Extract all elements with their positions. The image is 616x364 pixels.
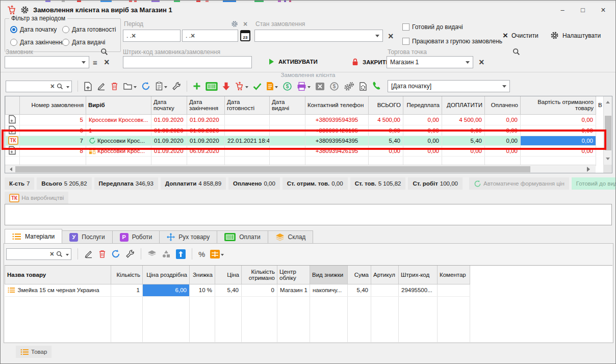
cell-phone[interactable]: +380939594395 [305,114,369,125]
cell-date-issue[interactable] [270,114,305,125]
cell-date-end[interactable]: 01.09.2020 [187,136,225,145]
refresh-icon[interactable] [141,82,150,91]
calendar-picker-icon[interactable]: 23 [240,30,250,41]
shop-search-icon[interactable] [512,48,520,56]
cell-paid[interactable]: 0,00 [485,114,521,125]
col-total[interactable]: ВСЬОГО [369,96,403,114]
order-state-clear-icon[interactable]: × [388,32,394,41]
order-row-8[interactable]: 8 Кроссовки Крос... 01.09.2020 06.09.202… [6,145,596,156]
cell-date-issue[interactable] [270,145,305,156]
col-paid[interactable]: Оплачено [485,96,521,114]
cell-product[interactable]: Кроссовки Крос... [86,136,151,145]
customer-combo[interactable] [5,56,89,68]
ready-to-issue-checkbox-control[interactable] [402,23,409,31]
cell-received-selected[interactable]: 0,00 [521,136,596,145]
cell-paid[interactable]: 0,00 [485,125,521,136]
cell-product[interactable]: Кроссовки Кроссовк... [86,114,151,125]
cell-product[interactable]: 1 [86,125,151,136]
search-icon[interactable] [56,251,63,257]
edit-pencil-icon[interactable] [97,82,106,91]
gears-icon[interactable] [344,82,354,91]
cell-total[interactable]: 0,00 [369,145,403,156]
col-order-number[interactable]: Номер замовлення [20,96,86,114]
cell-date-end[interactable]: 06.09.2020 [187,145,225,156]
order-notes-box[interactable] [5,204,612,225]
activate-button[interactable]: АКТИВУВАТИ [268,58,318,65]
close-order-button[interactable]: ЗАКРИТИ [351,58,390,66]
wrench-icon[interactable] [125,249,135,258]
order-row-6[interactable]: 6 1 01.09.2020 01.09.2020 +380999426195 … [6,125,596,136]
cell-paid[interactable]: 0,00 [485,136,521,145]
col-sku[interactable]: Артикул [371,266,399,284]
orders-search-input[interactable]: × [6,81,72,92]
radio-date-ready[interactable]: Дата готовності [62,26,116,33]
shapes-icon[interactable] [162,250,171,258]
cell-date-ready[interactable]: 22.01.2021 18:4... [225,136,270,145]
group-orders-checkbox[interactable]: Працювати з групою замовлень [402,38,502,45]
materials-search-input[interactable]: × [6,248,71,260]
phone-icon[interactable] [372,82,381,91]
cell-topay[interactable]: 0,00 [442,125,485,136]
cell-qty-received[interactable]: 0 [242,284,277,296]
cell-total[interactable]: 0,00 [369,125,403,136]
customer-search-icon[interactable] [100,48,108,56]
cell-received[interactable]: 0,00 [521,145,596,156]
cell-sku[interactable] [371,284,399,296]
customer-clear-icon[interactable]: × [104,58,110,67]
col-phone[interactable]: Контактний телефон [305,96,369,114]
cell-date-ready[interactable] [225,125,270,136]
cell-paid[interactable]: 0,00 [485,145,521,156]
tab-payments[interactable]: Оплати [217,230,268,244]
cell-phone[interactable]: +380939426195 [305,145,369,156]
search-clear-icon[interactable]: × [50,83,55,90]
minimize-button[interactable]: – [552,3,573,17]
shop-clear-icon[interactable]: × [479,58,484,67]
cell-prepay[interactable]: 0,00 [403,114,442,125]
money-sync-icon[interactable]: $ [283,82,292,91]
cell-retail-price-selected[interactable]: 6,00 [143,284,190,296]
tab-materials[interactable]: Матеріали [5,229,62,244]
refresh-icon[interactable] [111,249,120,258]
cell-price[interactable]: 5,40 [215,284,242,296]
cell-received[interactable]: 0,00 [521,114,596,125]
date-from-clear-icon[interactable]: × [132,32,136,39]
order-row-5[interactable]: 5 Кроссовки Кроссовк... 01.09.2020 01.09… [6,114,596,125]
edit-pencil-icon[interactable] [84,249,93,258]
cart-add-icon[interactable] [235,82,248,91]
cell-barcode[interactable]: 29495500... [399,284,438,296]
search-caret-icon[interactable] [66,254,69,257]
date-to-input[interactable]: . . × [182,30,238,42]
layers-gray-icon[interactable] [147,250,157,258]
col-product-name[interactable]: Назва товару [5,266,111,284]
chevron-down-icon[interactable] [375,35,379,39]
cancel-box-icon[interactable] [315,82,325,91]
scroll-up-icon[interactable] [606,99,610,103]
radio-date-issue[interactable]: Дата видачі [62,39,105,46]
customer-list-icon[interactable]: ≡ [93,58,97,67]
radio-date-end-control[interactable] [10,39,17,46]
tab-services[interactable]: У Послуги [62,230,112,244]
cell-total[interactable]: 4 500,00 [369,114,403,125]
col-barcode[interactable]: Штрих-код [399,266,438,284]
scroll-right-icon[interactable] [587,167,593,172]
invoice-icon[interactable] [266,82,278,91]
cell-discount-type[interactable]: накопичу... [310,284,348,296]
col-date-end[interactable]: Дата закінчення [187,96,225,114]
col-date-start[interactable]: Дата початку [151,96,187,114]
cell-received[interactable]: 0,00 [521,125,596,136]
cell-topay[interactable]: 0,00 [442,145,485,156]
check-icon[interactable] [253,83,262,90]
cell-prepay[interactable]: 0,00 [403,136,442,145]
cell-total[interactable]: 5,40 [369,136,403,145]
tab-warehouse[interactable]: Склад [268,230,314,244]
percent-icon[interactable]: % [198,250,205,258]
date-from-input[interactable]: . . × [123,30,181,42]
barcode-input[interactable] [123,56,252,68]
cell-date-start[interactable]: 01.09.2020 [151,145,187,156]
cell-order-number[interactable]: 8 [20,145,86,156]
vertical-scrollbar[interactable] [603,96,612,165]
col-cost-center[interactable]: Центр обліку [277,266,310,284]
chevron-down-icon[interactable] [502,85,506,90]
cell-cost-center[interactable]: Магазин 1 [277,284,310,296]
grid-settings-icon[interactable] [210,250,224,258]
